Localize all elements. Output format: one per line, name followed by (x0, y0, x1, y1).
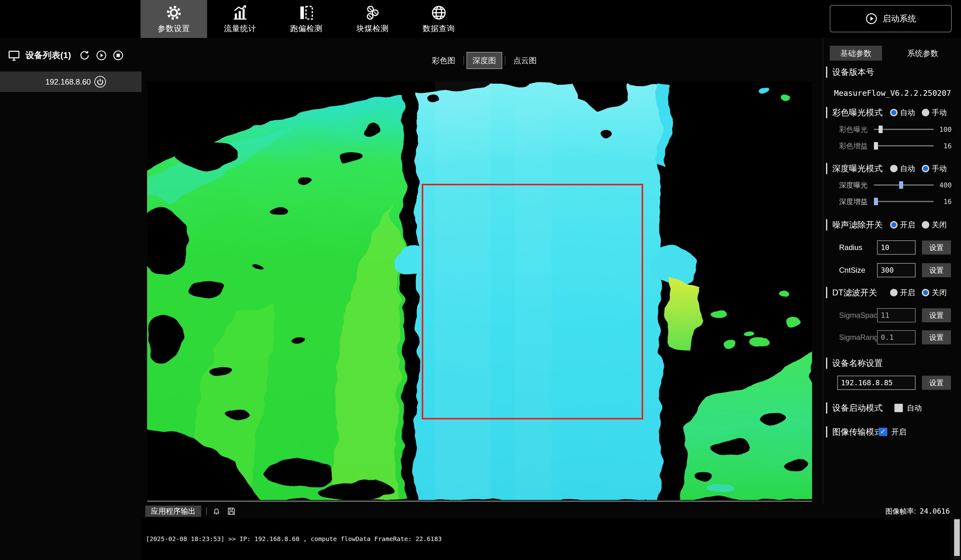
deviation-icon (298, 4, 315, 21)
log-console: [2025-02-08 18:23:53] >> IP: 192.168.8.6… (141, 518, 950, 560)
refresh-icon[interactable] (79, 50, 90, 61)
section-start-mode: 设备启动模式 (826, 402, 882, 414)
toolbar-item-deviation-detect[interactable]: 跑偏检测 (273, 0, 340, 38)
radio-label: 自动 (900, 108, 915, 117)
measurement-roi-rectangle (422, 184, 643, 419)
image-bottom-separator (147, 501, 812, 502)
stop-all-icon[interactable] (112, 50, 124, 61)
radio-label: 开启 (900, 287, 915, 298)
save-log-icon[interactable] (227, 507, 236, 516)
sigmaspace-set-button[interactable]: 设置 (922, 308, 951, 323)
dt-filter-on-radio[interactable] (890, 289, 898, 296)
power-icon[interactable] (93, 75, 107, 88)
cntsize-input[interactable] (877, 263, 916, 278)
globe-icon (431, 4, 447, 21)
start-system-label: 启动系统 (882, 13, 916, 24)
color-exposure-manual-radio[interactable] (922, 109, 929, 116)
params-panel: 基础参数 系统参数 设备版本号 MeasureFlow_V6.2.2.25020… (824, 38, 961, 505)
device-ip: 192.168.8.60 (45, 77, 91, 87)
color-exposure-label: 彩色曝光 (839, 125, 868, 134)
coal-lumps-icon (364, 4, 381, 21)
sigmarange-set-button[interactable]: 设置 (922, 330, 951, 345)
toolbar: 参数设置 流量统计 跑偏检测 (0, 0, 961, 38)
section-device-name: 设备名称设置 (826, 358, 882, 369)
depth-exposure-label: 深度曝光 (839, 180, 868, 190)
device-row[interactable]: 192.168.8.60 (0, 72, 141, 92)
color-exposure-value: 100 (935, 126, 952, 133)
radio-label: 关闭 (932, 220, 947, 230)
frame-rate-label: 图像帧率: (885, 507, 916, 516)
noise-filter-on-radio[interactable] (890, 221, 898, 229)
depth-exposure-manual-radio[interactable] (922, 165, 929, 172)
toolbar-item-label: 块煤检测 (357, 23, 389, 34)
tab-system-params[interactable]: 系统参数 (894, 46, 951, 61)
color-exposure-auto-radio[interactable] (890, 109, 898, 116)
cntsize-set-button[interactable]: 设置 (922, 263, 951, 278)
bar-chart-icon (232, 4, 249, 21)
tab-basic-params[interactable]: 基础参数 (830, 46, 882, 61)
section-noise-filter: 噪声滤除开关 (826, 219, 882, 230)
tab-app-output[interactable]: 应用程序输出 (145, 505, 201, 517)
log-line: [2025-02-08 18:23:53] >> IP: 192.168.8.6… (146, 535, 950, 543)
sigmarange-label: SigmaRange (839, 333, 882, 342)
viewer-tabs: 彩色图 深度图 点云图 (397, 51, 571, 69)
toolbar-item-flow-stats[interactable]: 流量统计 (207, 0, 273, 38)
device-name-input[interactable] (837, 375, 916, 390)
depth-exposure-slider[interactable] (874, 181, 934, 189)
depth-exposure-value: 400 (935, 181, 952, 189)
start-mode-auto-checkbox[interactable] (894, 404, 903, 412)
sigmaspace-input[interactable] (877, 308, 916, 323)
tab-depth-image[interactable]: 深度图 (466, 52, 502, 69)
device-version-value: MeasureFlow_V6.2.2.250207 (824, 88, 961, 98)
transfer-mode-on-checkbox[interactable] (879, 428, 887, 436)
section-color-exposure-mode: 彩色曝光模式 (826, 107, 882, 118)
color-gain-slider[interactable] (874, 142, 934, 150)
panel-divider (823, 38, 823, 504)
noise-filter-off-radio[interactable] (922, 221, 929, 229)
dt-filter-off-radio[interactable] (922, 289, 929, 296)
section-device-version: 设备版本号 (826, 67, 874, 78)
section-dt-filter: DT滤波开关 (826, 287, 877, 298)
noise-filter-group: 开启 关闭 (890, 220, 951, 230)
sigmarange-input[interactable] (877, 330, 916, 345)
depth-gain-slider[interactable] (874, 197, 934, 205)
cntsize-label: CntSize (839, 266, 865, 274)
depth-image-canvas[interactable] (147, 82, 812, 500)
tab-separator (463, 56, 464, 65)
tab-point-cloud[interactable]: 点云图 (508, 53, 542, 68)
toolbar-item-coal-detect[interactable]: 块煤检测 (339, 0, 406, 38)
checkbox-label: 自动 (907, 403, 922, 413)
color-gain-value: 16 (935, 142, 952, 150)
play-all-icon[interactable] (96, 50, 107, 61)
start-system-button[interactable]: 启动系统 (830, 5, 952, 32)
log-scrollbar[interactable] (953, 518, 960, 559)
color-exposure-slider[interactable] (874, 125, 934, 133)
depth-exposure-auto-radio[interactable] (890, 165, 898, 172)
device-name-set-button[interactable]: 设置 (922, 375, 951, 390)
app-window: 参数设置 流量统计 跑偏检测 (0, 0, 961, 560)
radius-input[interactable] (877, 241, 916, 255)
radius-set-button[interactable]: 设置 (922, 241, 951, 255)
depth-gain-value: 16 (935, 198, 952, 205)
sigmaspace-label: SigmaSpace (839, 311, 881, 319)
device-list-header: 设备列表(1) (0, 45, 141, 65)
log-scrollbar-thumb[interactable] (954, 519, 960, 556)
toolbar-item-param-settings[interactable]: 参数设置 (141, 0, 207, 38)
toolbar-item-label: 数据查询 (423, 23, 455, 34)
radio-label: 手动 (932, 164, 947, 173)
frame-rate-value: 24.0616 (920, 507, 950, 515)
radio-label: 开启 (900, 220, 915, 230)
section-depth-exposure-mode: 深度曝光模式 (826, 163, 882, 174)
device-list-title: 设备列表(1) (26, 50, 71, 61)
tab-separator (505, 56, 505, 65)
toolbar-item-label: 跑偏检测 (290, 23, 323, 34)
dt-filter-group: 开启 关闭 (890, 287, 951, 298)
toolbar-item-data-query[interactable]: 数据查询 (405, 0, 472, 38)
radio-label: 自动 (900, 164, 915, 173)
bell-icon[interactable] (212, 507, 221, 516)
color-exposure-mode-group: 自动 手动 (890, 108, 951, 117)
play-circle-icon (865, 13, 877, 25)
checkbox-label: 开启 (891, 427, 906, 437)
tab-color-image[interactable]: 彩色图 (426, 53, 461, 68)
toolbar-item-label: 参数设置 (157, 23, 190, 34)
